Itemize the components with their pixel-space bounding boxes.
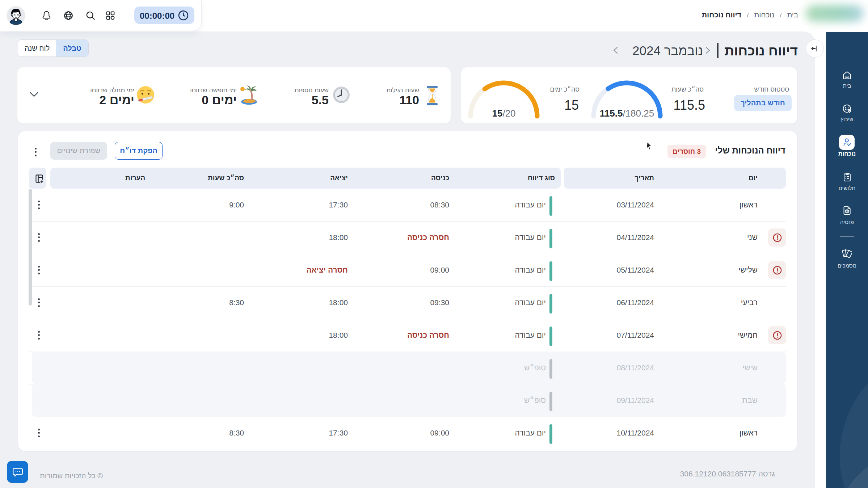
svg-text:$: $ (846, 210, 848, 213)
